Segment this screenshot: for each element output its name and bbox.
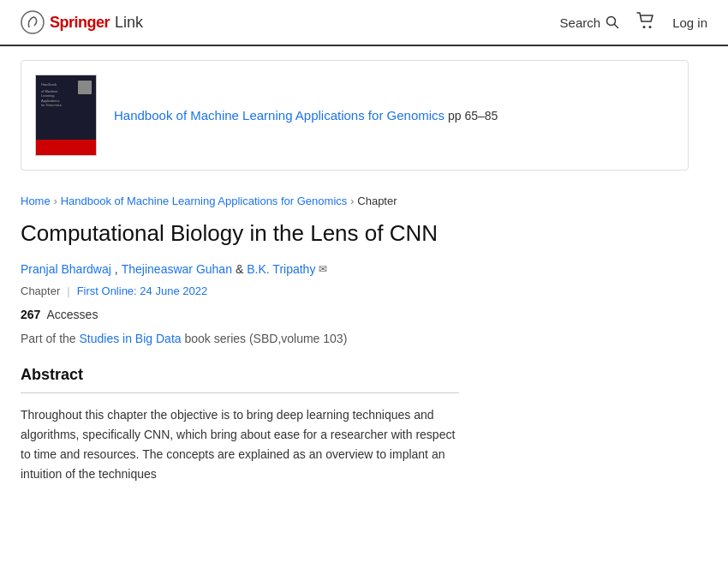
search-button[interactable]: Search — [560, 15, 620, 30]
breadcrumb: Home › Handbook of Machine Learning Appl… — [0, 184, 728, 213]
email-icon: ✉ — [319, 263, 327, 275]
accesses-label: Accesses — [46, 308, 98, 321]
meta-line: Chapter | First Online: 24 June 2022 — [21, 284, 459, 297]
site-header: Springer Link Search Log in — [0, 0, 728, 46]
ampersand: & — [236, 262, 243, 276]
cart-icon — [636, 12, 655, 29]
logo-area: Springer Link — [21, 10, 143, 34]
abstract-text: Throughout this chapter the objective is… — [21, 405, 459, 484]
author-pranjal[interactable]: Pranjal Bhardwaj — [21, 262, 111, 276]
comma-1: , — [115, 262, 118, 276]
accesses-count: 267 — [21, 308, 40, 321]
breadcrumb-current: Chapter — [357, 195, 397, 207]
breadcrumb-sep-2: › — [350, 195, 354, 207]
book-cover-image: Handbook of Machine Learning Application… — [35, 75, 97, 156]
authors-line: Pranjal Bhardwaj, Thejineaswar Guhan & B… — [21, 262, 459, 276]
springer-logo-icon — [21, 10, 45, 34]
first-online-link[interactable]: First Online: 24 June 2022 — [77, 284, 208, 297]
breadcrumb-book[interactable]: Handbook of Machine Learning Application… — [61, 195, 348, 207]
main-content: Computational Biology in the Lens of CNN… — [0, 213, 480, 505]
book-title-link[interactable]: Handbook of Machine Learning Application… — [114, 108, 445, 123]
series-suffix: book series (SBD,volume 103) — [184, 332, 347, 345]
book-banner: Handbook of Machine Learning Application… — [21, 60, 689, 171]
search-icon — [606, 15, 619, 29]
svg-point-4 — [649, 26, 652, 28]
logo-springer-text: Springer — [50, 14, 110, 32]
abstract-heading: Abstract — [21, 366, 459, 384]
book-info: Handbook of Machine Learning Application… — [114, 108, 674, 123]
logo-link-text: Link — [115, 14, 143, 32]
first-online-label: First Online: — [77, 284, 137, 297]
cart-button[interactable] — [636, 12, 655, 33]
series-link[interactable]: Studies in Big Data — [79, 332, 181, 345]
breadcrumb-sep-1: › — [54, 195, 57, 207]
svg-line-2 — [615, 25, 618, 28]
svg-point-0 — [21, 11, 44, 33]
series-prefix: Part of the — [21, 332, 76, 345]
svg-point-3 — [643, 26, 646, 28]
series-line: Part of the Studies in Big Data book ser… — [21, 332, 459, 345]
chapter-type: Chapter — [21, 284, 60, 297]
search-label: Search — [560, 15, 601, 30]
abstract-divider — [21, 392, 459, 393]
meta-sep: | — [67, 284, 69, 297]
abstract-section: Abstract Throughout this chapter the obj… — [21, 366, 459, 484]
author-bk-tripathy[interactable]: B.K. Tripathy — [247, 262, 315, 276]
breadcrumb-home[interactable]: Home — [21, 195, 51, 207]
header-right: Search Log in — [560, 12, 707, 33]
first-online-date: 24 June 2022 — [140, 284, 207, 297]
chapter-title: Computational Biology in the Lens of CNN — [21, 219, 459, 249]
author-thejineaswar[interactable]: Thejineaswar Guhan — [122, 262, 232, 276]
login-button[interactable]: Log in — [672, 15, 707, 30]
accesses-line: 267 Accesses — [21, 308, 459, 321]
book-pages: pp 65–85 — [448, 109, 498, 123]
